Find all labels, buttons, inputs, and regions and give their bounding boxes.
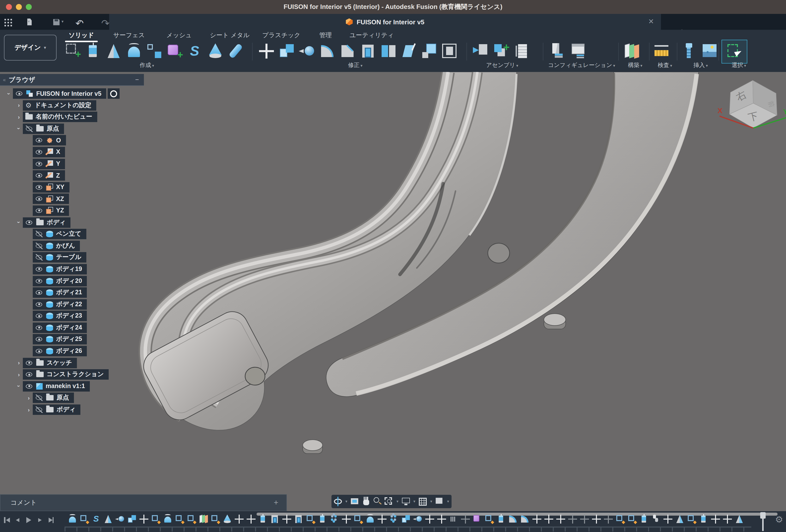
tree-item[interactable]: スケッチ — [23, 357, 77, 368]
chevron-down-icon[interactable]: › — [6, 90, 12, 97]
ribbon-icon-chamfer[interactable] — [340, 43, 356, 60]
timeline-feature-52-cone[interactable] — [675, 514, 685, 524]
tree-row-Z[interactable]: Z — [0, 170, 120, 181]
visibility-on-icon[interactable] — [35, 301, 43, 307]
playback-end-button[interactable] — [47, 516, 54, 524]
timeline-feature-47-sketch[interactable] — [615, 514, 625, 524]
zoom-window-button[interactable] — [26, 4, 32, 10]
tree-item[interactable]: X — [33, 147, 65, 157]
ribbon-group-label-作成[interactable]: 作成▾ — [140, 62, 154, 69]
visibility-off-icon[interactable] — [35, 395, 43, 401]
timeline-feature-55-move[interactable] — [711, 514, 720, 524]
tree-item[interactable]: ⚙ドキュメントの設定 — [23, 100, 96, 110]
timeline-feature-12-planes[interactable] — [199, 514, 208, 524]
playback-fwd-button[interactable] — [36, 516, 44, 524]
timeline-feature-15-move[interactable] — [234, 514, 244, 524]
timeline-feature-20-shell[interactable] — [294, 514, 304, 524]
visibility-on-icon[interactable] — [35, 196, 43, 202]
timeline-feature-36-sketch[interactable] — [484, 514, 494, 524]
ribbon-tab-ソリッド[interactable]: ソリッド — [69, 31, 94, 40]
ribbon-icon-extrude[interactable] — [85, 43, 102, 60]
timeline-feature-23-pattern[interactable] — [329, 514, 340, 524]
visibility-on-icon[interactable] — [25, 383, 33, 390]
timeline-feature-10-sketch[interactable] — [175, 514, 185, 524]
tree-item[interactable]: ボディ21 — [33, 287, 87, 298]
ribbon-group-label-検査[interactable]: 検査▾ — [658, 62, 672, 69]
ribbon-tab-プラスチック[interactable]: プラスチック — [262, 31, 300, 40]
tree-row-スケッチ[interactable]: ›スケッチ — [0, 357, 120, 368]
timeline-feature-3-sweep[interactable] — [91, 514, 101, 524]
close-tab-icon[interactable]: ✕ — [648, 17, 654, 25]
visibility-on-icon[interactable] — [25, 371, 33, 378]
ribbon-icon-planes[interactable] — [623, 43, 640, 60]
tree-item[interactable]: XY — [33, 182, 69, 192]
workspace-switcher-design[interactable]: デザイン ▾ — [4, 35, 56, 61]
tree-row-XY[interactable]: XY — [0, 182, 120, 192]
chevron-down-icon[interactable]: › — [16, 218, 22, 226]
activate-component-radio[interactable] — [108, 88, 120, 99]
tree-row-ボディ[interactable]: ›ボディ — [0, 217, 120, 228]
tree-item[interactable]: manekin v1:1 — [23, 381, 90, 392]
tree-item[interactable]: 原点 — [23, 123, 64, 134]
timeline-feature-39-fillet[interactable] — [520, 514, 530, 524]
timeline-feature-2-sketch[interactable] — [79, 514, 89, 524]
ribbon-icon-presspull[interactable] — [299, 43, 316, 60]
timeline-feature-22-extrude[interactable] — [318, 514, 327, 524]
ribbon-icon-form-new[interactable] — [166, 43, 183, 60]
tree-item[interactable]: ボディ — [33, 404, 80, 415]
tree-row-ボディ[interactable]: ›ボディ — [0, 404, 120, 415]
ribbon-icon-draft[interactable] — [400, 43, 417, 60]
chevron-down-icon[interactable]: ▾ — [345, 499, 347, 504]
visibility-on-icon[interactable] — [35, 266, 43, 273]
tree-item[interactable]: ペン立て — [33, 229, 86, 239]
comments-bar[interactable]: コメント + — [0, 494, 287, 511]
visibility-on-icon[interactable] — [35, 184, 43, 190]
tree-row-ボディ26[interactable]: ボディ26 — [0, 346, 120, 356]
timeline-feature-43-move[interactable] — [568, 514, 578, 524]
tree-item[interactable]: O — [33, 135, 66, 146]
tree-item[interactable]: YZ — [33, 205, 69, 216]
ribbon-icon-config-table[interactable] — [570, 43, 587, 60]
timeline-feature-48-sketch[interactable] — [627, 514, 637, 524]
timeline-feature-33-bars[interactable] — [448, 514, 459, 524]
tree-row-ボディ19[interactable]: ボディ19 — [0, 264, 120, 274]
ribbon-group-label-修正[interactable]: 修正▾ — [348, 62, 363, 69]
timeline-feature-24-move[interactable] — [341, 514, 351, 524]
ribbon-group-label-選択[interactable]: 選択▾ — [732, 62, 746, 69]
tree-item[interactable]: XZ — [33, 194, 69, 204]
visibility-off-icon[interactable] — [35, 407, 43, 413]
tree-row-XZ[interactable]: XZ — [0, 194, 120, 204]
ribbon-icon-pipe[interactable] — [227, 43, 244, 60]
chevron-right-icon[interactable]: › — [15, 360, 23, 366]
tree-row-原点[interactable]: ›原点 — [0, 123, 120, 134]
tree-row-ボディ21[interactable]: ボディ21 — [0, 287, 120, 298]
chevron-down-icon[interactable]: ▾ — [79, 19, 82, 24]
timeline-feature-45-move[interactable] — [592, 514, 601, 524]
timeline-feature-25-sketch[interactable] — [353, 514, 363, 524]
chevron-right-icon[interactable]: › — [25, 395, 33, 401]
visibility-on-icon[interactable] — [15, 90, 23, 97]
tree-item[interactable]: ボディ25 — [33, 334, 87, 345]
tree-row-X[interactable]: X — [0, 147, 120, 157]
visibility-off-icon[interactable] — [35, 231, 43, 237]
chevron-right-icon[interactable]: › — [15, 114, 23, 120]
tree-item[interactable]: ボディ26 — [33, 346, 87, 356]
timeline-feature-49-extrude[interactable] — [639, 514, 649, 524]
timeline-settings-gear-icon[interactable]: ⚙ — [775, 515, 783, 524]
ribbon-icon-select[interactable] — [726, 43, 743, 60]
tree-item[interactable]: 名前の付いたビュー — [23, 112, 97, 122]
timeline-feature-26-revolve[interactable] — [365, 514, 375, 524]
timeline-feature-9-revolve[interactable] — [163, 514, 173, 524]
tree-row-ボディ20[interactable]: ボディ20 — [0, 276, 120, 286]
tree-row-名前の付いたビュー[interactable]: ›名前の付いたビュー — [0, 112, 120, 122]
visibility-on-icon[interactable] — [25, 219, 33, 226]
tree-row-manekin v1:1[interactable]: ›manekin v1:1 — [0, 381, 120, 392]
timeline-feature-56-move[interactable] — [722, 514, 733, 524]
ribbon-icon-move[interactable] — [258, 43, 275, 60]
chevron-down-icon[interactable]: ▾ — [396, 499, 398, 504]
timeline-feature-31-move[interactable] — [425, 514, 435, 524]
timeline-feature-35-form[interactable] — [472, 514, 482, 524]
chevron-down-icon[interactable]: ▾ — [413, 499, 415, 504]
timeline-feature-40-move[interactable] — [532, 514, 542, 524]
tree-item[interactable]: Z — [33, 170, 65, 181]
